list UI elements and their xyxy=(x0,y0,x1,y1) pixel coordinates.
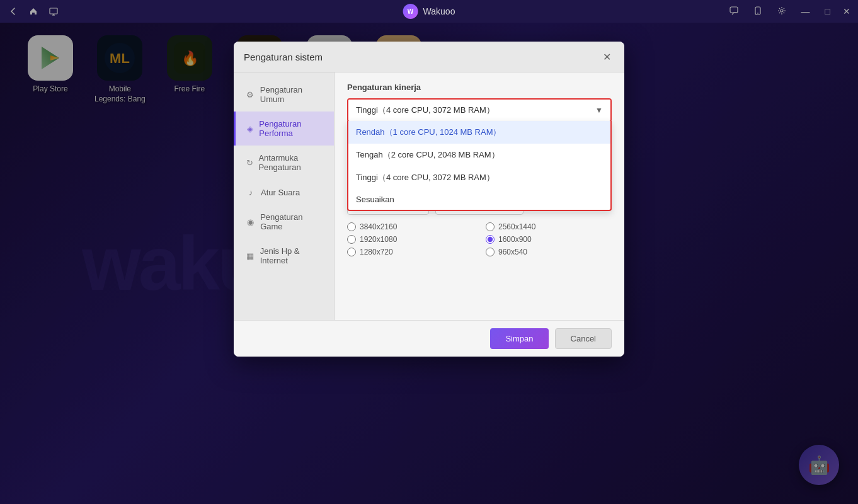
res-960x540[interactable]: 960x540 xyxy=(486,248,612,256)
perf-dropdown-wrapper: Tinggi（4 core CPU, 3072 MB RAM） ▼ Rendah… xyxy=(347,98,612,122)
perf-dropdown-menu: Rendah（1 core CPU, 1024 MB RAM） Tengah（2… xyxy=(347,121,612,211)
dropdown-arrow-icon: ▼ xyxy=(595,106,603,115)
titlebar-center: W Wakuoo xyxy=(403,4,455,19)
dropdown-item-rendah[interactable]: Rendah（1 core CPU, 1024 MB RAM） xyxy=(348,121,610,144)
res-3840x2160[interactable]: 3840x2160 xyxy=(347,222,473,231)
res-radio-1920[interactable] xyxy=(347,235,356,244)
res-label-1600: 1600x900 xyxy=(498,235,532,244)
perf-dropdown-value: Tinggi（4 core CPU, 3072 MB RAM） xyxy=(356,105,495,116)
svg-rect-3 xyxy=(730,7,738,13)
sidebar-item-pengaturan-umum[interactable]: ⚙ Pengaturan Umum xyxy=(234,77,334,112)
pengaturan-game-icon: ◉ xyxy=(246,217,255,227)
res-1280x720[interactable]: 1280x720 xyxy=(347,248,473,256)
perf-section-title: Pengaturan kinerja xyxy=(347,83,612,92)
res-radio-960[interactable] xyxy=(486,248,495,256)
antarmuka-icon: ↻ xyxy=(246,158,253,168)
sidebar-item-pengaturan-performa[interactable]: ◈ Pengaturan Performa xyxy=(234,112,334,146)
sidebar-item-atur-suara[interactable]: ♪ Atur Suara xyxy=(234,180,334,205)
res-radio-3840[interactable] xyxy=(347,222,356,231)
settings-gear-icon[interactable] xyxy=(775,5,789,18)
settings-close-button[interactable]: ✕ xyxy=(599,49,614,64)
resolution-grid: 3840x2160 2560x1440 1920x1080 xyxy=(347,222,612,256)
pengaturan-umum-label: Pengaturan Umum xyxy=(260,85,324,104)
perf-dropdown[interactable]: Tinggi（4 core CPU, 3072 MB RAM） ▼ xyxy=(348,100,610,121)
res-radio-2560[interactable] xyxy=(486,222,495,231)
atur-suara-icon: ♪ xyxy=(246,187,256,197)
titlebar: W Wakuoo — □ ✕ xyxy=(0,0,858,23)
app-title: Wakuoo xyxy=(423,6,455,16)
settings-footer: Simpan Cancel xyxy=(234,320,624,357)
res-label-960: 960x540 xyxy=(498,248,527,256)
res-label-1280: 1280x720 xyxy=(360,248,393,256)
sidebar-item-pengaturan-game[interactable]: ◉ Pengaturan Game xyxy=(234,205,334,239)
app-logo: W xyxy=(403,4,418,19)
pengaturan-game-label: Pengaturan Game xyxy=(260,212,324,231)
settings-main: Pengaturan kinerja Tinggi（4 core CPU, 30… xyxy=(335,72,624,320)
settings-header: Pengaturan sistem ✕ xyxy=(234,42,624,72)
pengaturan-performa-icon: ◈ xyxy=(246,123,254,134)
pengaturan-umum-icon: ⚙ xyxy=(246,89,255,100)
titlebar-right: — □ ✕ xyxy=(727,5,850,18)
svg-rect-0 xyxy=(50,8,57,14)
res-1600x900[interactable]: 1600x900 xyxy=(486,235,612,244)
dropdown-item-tinggi[interactable]: Tinggi（4 core CPU, 3072 MB RAM） xyxy=(348,166,610,189)
close-window-button[interactable]: ✕ xyxy=(843,6,850,16)
res-2560x1440[interactable]: 2560x1440 xyxy=(486,222,612,231)
jenis-hp-label: Jenis Hp & Internet xyxy=(260,246,324,265)
settings-title: Pengaturan sistem xyxy=(244,52,323,62)
home-icon[interactable] xyxy=(28,6,39,17)
res-radio-1600[interactable] xyxy=(486,235,495,244)
res-1920x1080[interactable]: 1920x1080 xyxy=(347,235,473,244)
dropdown-item-sesuaikan[interactable]: Sesuaikan xyxy=(348,189,610,210)
res-radio-1280[interactable] xyxy=(347,248,356,256)
minimize-button[interactable]: — xyxy=(799,5,813,18)
cancel-button[interactable]: Cancel xyxy=(555,328,612,349)
phone-icon[interactable] xyxy=(751,5,765,18)
modal-overlay: Pengaturan sistem ✕ ⚙ Pengaturan Umum ◈ … xyxy=(0,23,858,504)
atur-suara-label: Atur Suara xyxy=(261,188,300,197)
res-label-2560: 2560x1440 xyxy=(498,222,535,231)
titlebar-left xyxy=(8,6,59,17)
res-label-1920: 1920x1080 xyxy=(360,235,397,244)
chat-icon[interactable] xyxy=(727,5,741,18)
jenis-hp-icon: ▦ xyxy=(246,251,255,261)
screen-icon[interactable] xyxy=(48,6,59,17)
desktop: waku xyxy=(0,23,858,504)
pengaturan-performa-label: Pengaturan Performa xyxy=(259,119,324,138)
sidebar-item-jenis-hp[interactable]: ▦ Jenis Hp & Internet xyxy=(234,239,334,273)
back-icon[interactable] xyxy=(8,6,19,17)
settings-sidebar: ⚙ Pengaturan Umum ◈ Pengaturan Performa … xyxy=(234,72,335,320)
sidebar-item-antarmuka[interactable]: ↻ Antarmuka Pengaturan xyxy=(234,146,334,180)
antarmuka-label: Antarmuka Pengaturan xyxy=(258,153,324,172)
svg-point-6 xyxy=(781,9,783,12)
res-label-3840: 3840x2160 xyxy=(360,222,397,231)
settings-body: ⚙ Pengaturan Umum ◈ Pengaturan Performa … xyxy=(234,72,624,320)
maximize-button[interactable]: □ xyxy=(823,5,833,18)
save-button[interactable]: Simpan xyxy=(490,328,548,349)
dropdown-item-tengah[interactable]: Tengah（2 core CPU, 2048 MB RAM） xyxy=(348,144,610,166)
settings-dialog: Pengaturan sistem ✕ ⚙ Pengaturan Umum ◈ … xyxy=(234,42,624,357)
